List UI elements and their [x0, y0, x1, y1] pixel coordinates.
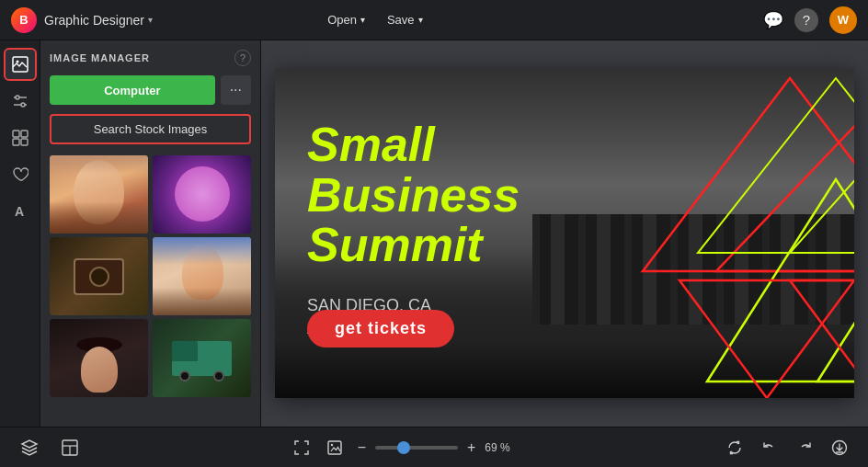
zoom-in-button[interactable]: + — [463, 438, 479, 458]
open-chevron-icon: ▾ — [360, 15, 365, 25]
sidebar-item-text[interactable]: A — [4, 195, 37, 228]
app-logo[interactable]: B — [11, 7, 37, 33]
image-thumbnail[interactable] — [153, 319, 251, 397]
svg-marker-18 — [790, 78, 854, 253]
svg-rect-22 — [328, 441, 341, 454]
bottom-toolbar: − + 69 % — [0, 427, 868, 467]
download-button[interactable] — [826, 436, 853, 460]
image-thumbnail[interactable] — [153, 155, 251, 234]
search-stock-images-button[interactable]: Search Stock Images — [50, 114, 251, 144]
sidebar-item-adjustments[interactable] — [4, 85, 37, 118]
svg-point-1 — [16, 61, 18, 63]
svg-point-23 — [330, 443, 332, 445]
zoom-out-button[interactable]: − — [354, 438, 370, 458]
save-chevron-icon: ▾ — [418, 15, 423, 25]
canvas-cta-button[interactable]: Get Tickets — [307, 310, 454, 347]
svg-rect-6 — [13, 131, 19, 137]
icon-sidebar: A — [0, 40, 40, 427]
redo-button[interactable] — [791, 436, 818, 460]
panel-title: IMAGE MANAGER — [50, 52, 150, 63]
btn-row: Computer ··· — [50, 75, 251, 105]
refresh-button[interactable] — [721, 436, 748, 460]
help-button[interactable]: ? — [794, 8, 818, 32]
svg-marker-11 — [643, 78, 854, 271]
topbar: B Graphic Designer ▾ Open ▾ Save ▾ 💬 ? W — [0, 0, 868, 40]
app-name-chevron[interactable]: ▾ — [148, 15, 153, 25]
image-thumbnail[interactable] — [50, 319, 148, 397]
zoom-level-label: 69 % — [485, 441, 518, 454]
main-area: A IMAGE MANAGER ? Computer ··· Search St… — [0, 40, 868, 427]
canvas-area[interactable]: Small Business Summit San Diego, CA Apri… — [261, 40, 868, 427]
layers-button[interactable] — [15, 435, 44, 461]
image-thumbnail[interactable] — [50, 155, 148, 234]
panel-help-icon[interactable]: ? — [234, 50, 251, 66]
left-panel: IMAGE MANAGER ? Computer ··· Search Stoc… — [40, 40, 261, 427]
zoom-controls: − + 69 % — [288, 436, 519, 460]
image-thumbnail[interactable] — [153, 237, 251, 315]
panel-header: IMAGE MANAGER ? — [50, 50, 251, 66]
expand-button[interactable] — [288, 436, 315, 460]
app-name-container: Graphic Designer ▾ — [44, 13, 153, 28]
zoom-slider[interactable] — [375, 446, 458, 450]
svg-text:A: A — [15, 204, 24, 219]
image-thumbnail[interactable] — [50, 237, 148, 315]
svg-rect-9 — [21, 139, 28, 145]
svg-point-3 — [16, 96, 19, 99]
undo-button[interactable] — [756, 436, 783, 460]
right-bottom-buttons — [721, 436, 853, 460]
svg-rect-7 — [21, 131, 28, 137]
image-edit-button[interactable] — [321, 436, 348, 460]
open-button[interactable]: Open ▾ — [318, 9, 374, 30]
image-grid — [50, 155, 251, 397]
computer-button[interactable]: Computer — [50, 75, 215, 105]
center-controls: Open ▾ Save ▾ — [318, 9, 431, 30]
chat-button[interactable]: 💬 — [763, 10, 783, 30]
more-button[interactable]: ··· — [221, 75, 251, 105]
sidebar-item-image-manager[interactable] — [4, 48, 37, 81]
right-controls: 💬 ? W — [763, 6, 857, 34]
svg-marker-17 — [698, 78, 854, 253]
sidebar-item-favorites[interactable] — [4, 158, 37, 191]
app-name-label: Graphic Designer — [44, 13, 144, 28]
svg-rect-8 — [13, 139, 19, 145]
sidebar-item-grid[interactable] — [4, 121, 37, 154]
user-avatar[interactable]: W — [829, 6, 857, 34]
design-canvas: Small Business Summit San Diego, CA Apri… — [275, 69, 854, 398]
svg-marker-12 — [716, 78, 854, 271]
canvas-title: Small Business Summit — [307, 120, 520, 270]
layout-button[interactable] — [55, 435, 85, 461]
svg-point-5 — [21, 103, 25, 107]
save-button[interactable]: Save ▾ — [378, 9, 432, 30]
logo-letter: B — [19, 13, 28, 27]
